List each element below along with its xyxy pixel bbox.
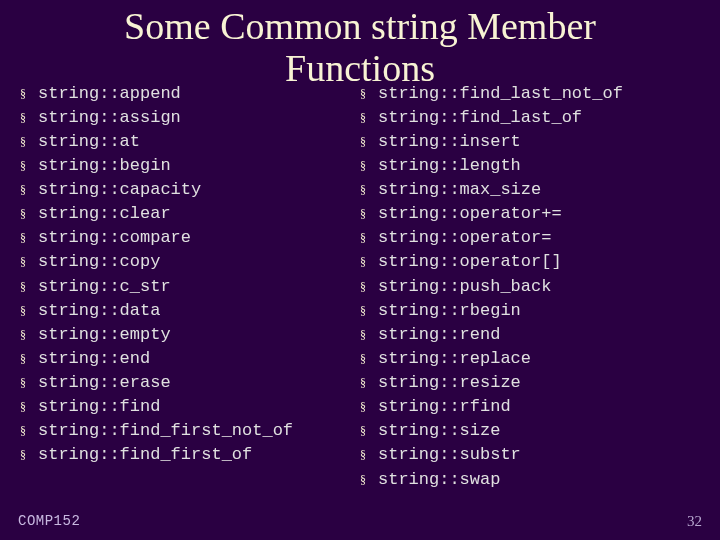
function-name: string::capacity — [38, 178, 201, 202]
function-name: string::max_size — [378, 178, 541, 202]
bullet-icon: § — [360, 130, 378, 151]
page-number: 32 — [687, 513, 702, 530]
slide-title: Some Common string Member Functions — [0, 0, 720, 90]
bullet-icon: § — [20, 178, 38, 199]
list-item: §string::find_first_of — [20, 443, 360, 467]
list-item: §string::length — [360, 154, 700, 178]
bullet-icon: § — [20, 395, 38, 416]
right-column: §string::find_last_not_of§string::find_l… — [360, 82, 700, 492]
list-item: §string::at — [20, 130, 360, 154]
course-code: COMP152 — [18, 513, 80, 530]
list-item: §string::rfind — [360, 395, 700, 419]
list-item: §string::operator= — [360, 226, 700, 250]
bullet-icon: § — [20, 154, 38, 175]
function-name: string::find_last_of — [378, 106, 582, 130]
list-item: §string::data — [20, 299, 360, 323]
bullet-icon: § — [20, 419, 38, 440]
bullet-icon: § — [20, 347, 38, 368]
function-name: string::find_first_not_of — [38, 419, 293, 443]
slide: Some Common string Member Functions §str… — [0, 0, 720, 540]
list-item: §string::rbegin — [360, 299, 700, 323]
function-name: string::erase — [38, 371, 171, 395]
function-name: string::clear — [38, 202, 171, 226]
list-item: §string::append — [20, 82, 360, 106]
bullet-icon: § — [360, 347, 378, 368]
function-name: string::c_str — [38, 275, 171, 299]
bullet-icon: § — [360, 202, 378, 223]
bullet-icon: § — [20, 202, 38, 223]
bullet-icon: § — [360, 250, 378, 271]
bullet-icon: § — [360, 299, 378, 320]
bullet-icon: § — [20, 371, 38, 392]
bullet-icon: § — [360, 154, 378, 175]
function-list-left: §string::append§string::assign§string::a… — [20, 82, 360, 468]
function-name: string::substr — [378, 443, 521, 467]
function-name: string::find_last_not_of — [378, 82, 623, 106]
function-name: string::rbegin — [378, 299, 521, 323]
bullet-icon: § — [20, 275, 38, 296]
bullet-icon: § — [360, 323, 378, 344]
function-name: string::end — [38, 347, 150, 371]
list-item: §string::max_size — [360, 178, 700, 202]
bullet-icon: § — [360, 178, 378, 199]
bullet-icon: § — [20, 82, 38, 103]
function-name: string::length — [378, 154, 521, 178]
slide-footer: COMP152 32 — [18, 513, 702, 530]
bullet-icon: § — [20, 250, 38, 271]
function-name: string::at — [38, 130, 140, 154]
list-item: §string::clear — [20, 202, 360, 226]
list-item: §string::push_back — [360, 275, 700, 299]
function-name: string::find_first_of — [38, 443, 252, 467]
list-item: §string::substr — [360, 443, 700, 467]
list-item: §string::capacity — [20, 178, 360, 202]
list-item: §string::rend — [360, 323, 700, 347]
bullet-icon: § — [360, 226, 378, 247]
bullet-icon: § — [20, 299, 38, 320]
list-item: §string::compare — [20, 226, 360, 250]
left-column: §string::append§string::assign§string::a… — [20, 82, 360, 492]
function-name: string::operator+= — [378, 202, 562, 226]
function-name: string::copy — [38, 250, 160, 274]
list-item: §string::find — [20, 395, 360, 419]
bullet-icon: § — [20, 106, 38, 127]
list-item: §string::assign — [20, 106, 360, 130]
list-item: §string::swap — [360, 468, 700, 492]
bullet-icon: § — [360, 106, 378, 127]
function-name: string::insert — [378, 130, 521, 154]
function-name: string::push_back — [378, 275, 551, 299]
bullet-icon: § — [360, 395, 378, 416]
list-item: §string::replace — [360, 347, 700, 371]
list-item: §string::copy — [20, 250, 360, 274]
function-name: string::size — [378, 419, 500, 443]
title-line-1: Some Common string Member — [124, 5, 596, 47]
bullet-icon: § — [360, 275, 378, 296]
function-name: string::rfind — [378, 395, 511, 419]
bullet-icon: § — [360, 419, 378, 440]
bullet-icon: § — [360, 371, 378, 392]
function-name: string::operator[] — [378, 250, 562, 274]
function-name: string::operator= — [378, 226, 551, 250]
list-item: §string::operator[] — [360, 250, 700, 274]
function-name: string::data — [38, 299, 160, 323]
list-item: §string::size — [360, 419, 700, 443]
list-item: §string::resize — [360, 371, 700, 395]
list-item: §string::find_last_not_of — [360, 82, 700, 106]
list-item: §string::empty — [20, 323, 360, 347]
bullet-icon: § — [20, 226, 38, 247]
function-name: string::find — [38, 395, 160, 419]
list-item: §string::operator+= — [360, 202, 700, 226]
bullet-icon: § — [360, 468, 378, 489]
function-name: string::compare — [38, 226, 191, 250]
list-item: §string::end — [20, 347, 360, 371]
function-name: string::rend — [378, 323, 500, 347]
bullet-icon: § — [360, 443, 378, 464]
function-list-right: §string::find_last_not_of§string::find_l… — [360, 82, 700, 492]
content-columns: §string::append§string::assign§string::a… — [0, 82, 720, 492]
bullet-icon: § — [20, 443, 38, 464]
function-name: string::replace — [378, 347, 531, 371]
list-item: §string::find_last_of — [360, 106, 700, 130]
function-name: string::empty — [38, 323, 171, 347]
function-name: string::assign — [38, 106, 181, 130]
list-item: §string::begin — [20, 154, 360, 178]
bullet-icon: § — [20, 130, 38, 151]
